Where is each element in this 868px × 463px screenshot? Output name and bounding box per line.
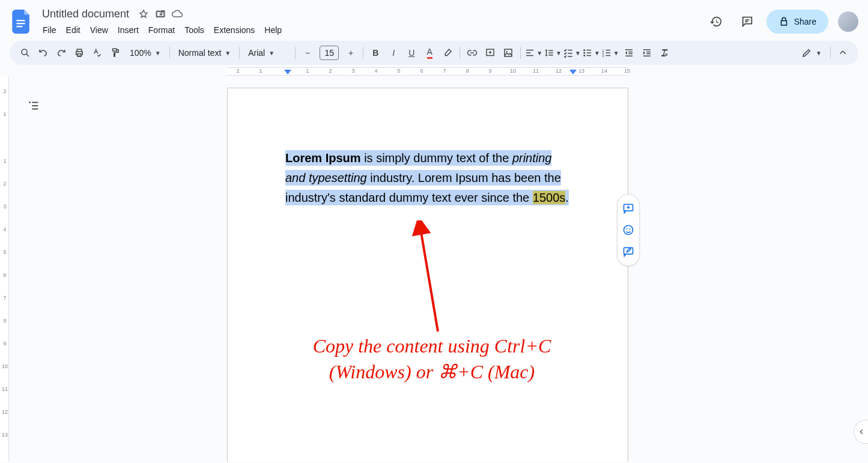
history-icon[interactable] (704, 10, 728, 34)
ruler-tick: 2 (1, 181, 8, 187)
menu-insert[interactable]: Insert (114, 23, 143, 37)
paint-format-icon[interactable] (107, 44, 124, 61)
menu-edit[interactable]: Edit (62, 23, 85, 37)
bullet-list-icon[interactable]: ▼ (582, 44, 600, 61)
redo-icon[interactable] (53, 44, 70, 61)
vertical-ruler[interactable]: 2 1 1 2 3 4 5 6 7 8 9 10 11 12 13 (0, 77, 9, 462)
ruler-tick: 8 (466, 68, 469, 74)
ruler-tick: 7 (1, 295, 8, 301)
indent-marker-left-icon[interactable] (284, 70, 291, 76)
print-icon[interactable] (71, 44, 88, 61)
lock-icon (778, 16, 789, 27)
font-value: Arial (248, 48, 265, 58)
ruler-tick: 10 (1, 363, 8, 369)
cloud-status-icon[interactable] (171, 8, 183, 20)
svg-point-11 (506, 51, 508, 52)
collapse-toolbar-icon[interactable] (834, 44, 851, 61)
side-panel-toggle-icon[interactable] (854, 420, 868, 444)
paragraph-style-select[interactable]: Normal text▼ (174, 44, 235, 61)
share-button[interactable]: Share (766, 10, 828, 34)
line-spacing-icon[interactable]: ▼ (544, 44, 562, 61)
increase-font-icon[interactable]: + (342, 44, 359, 61)
text-color-icon[interactable]: A (421, 44, 438, 61)
svg-point-15 (583, 49, 585, 51)
title-area: Untitled document File Edit View Insert … (38, 6, 286, 37)
font-size-input[interactable]: 15 (320, 46, 339, 60)
ruler-tick: 6 (420, 68, 423, 74)
ruler-tick: 4 (374, 68, 377, 74)
ruler-tick: 13 (1, 432, 8, 438)
indent-marker-right-icon[interactable] (569, 70, 577, 76)
increase-indent-icon[interactable] (639, 44, 655, 61)
document-page[interactable]: Lorem Ipsum is simply dummy text of the … (227, 88, 628, 462)
ruler-tick: 4 (1, 226, 8, 232)
comments-icon[interactable] (735, 10, 759, 34)
dropdown-icon: ▼ (225, 50, 231, 56)
ruler-tick: 2 (236, 68, 239, 74)
svg-rect-1 (16, 23, 25, 24)
ruler-tick: 7 (443, 68, 446, 74)
ruler-tick: 14 (601, 68, 607, 74)
menu-file[interactable]: File (38, 23, 61, 37)
add-comment-icon[interactable] (482, 44, 499, 61)
align-icon[interactable]: ▼ (524, 44, 542, 61)
star-icon[interactable] (138, 8, 150, 20)
menu-tools[interactable]: Tools (180, 23, 208, 37)
ruler-tick: 10 (510, 68, 516, 74)
document-title[interactable]: Untitled document (38, 7, 133, 22)
ruler-tick: 12 (1, 409, 8, 415)
underline-icon[interactable]: U (403, 44, 420, 61)
move-icon[interactable] (154, 8, 166, 20)
bold-icon[interactable]: B (367, 44, 384, 61)
undo-icon[interactable] (35, 44, 52, 61)
dropdown-icon: ▼ (269, 50, 275, 56)
decrease-indent-icon[interactable] (621, 44, 637, 61)
checklist-icon[interactable]: ▼ (563, 44, 581, 61)
italic-icon[interactable]: I (385, 44, 402, 61)
ruler-tick: 3 (1, 204, 8, 210)
document-body-text[interactable]: Lorem Ipsum is simply dummy text of the … (285, 148, 571, 208)
ruler-tick: 9 (488, 68, 491, 74)
highlight-icon[interactable] (439, 44, 456, 61)
ruler-tick: 6 (1, 272, 8, 278)
text-plain: is simply dummy text of the (361, 151, 512, 165)
svg-rect-10 (505, 49, 512, 56)
font-select[interactable]: Arial▼ (243, 44, 291, 61)
spellcheck-icon[interactable] (89, 44, 106, 61)
emoji-react-icon[interactable] (618, 220, 639, 240)
add-comment-icon[interactable] (618, 198, 639, 219)
user-avatar[interactable] (838, 11, 858, 32)
menubar: File Edit View Insert Format Tools Exten… (38, 23, 286, 37)
clear-formatting-icon[interactable] (657, 44, 673, 61)
outline-toggle-icon[interactable] (23, 95, 44, 117)
header: Untitled document File Edit View Insert … (0, 0, 868, 38)
share-label: Share (794, 17, 816, 26)
svg-point-16 (583, 52, 585, 54)
suggest-edit-icon[interactable] (618, 241, 639, 262)
svg-point-46 (630, 228, 631, 229)
annotation-line: Copy the content using Ctrl+C (246, 333, 618, 359)
menu-extensions[interactable]: Extensions (210, 23, 259, 37)
menu-format[interactable]: Format (144, 23, 179, 37)
menu-help[interactable]: Help (260, 23, 286, 37)
ruler-tick: 5 (397, 68, 400, 74)
text-plain: . (565, 191, 569, 204)
zoom-select[interactable]: 100%▼ (125, 44, 166, 61)
ruler-tick: 1 (259, 68, 262, 74)
docs-logo-icon[interactable] (10, 10, 34, 34)
style-value: Normal text (178, 48, 222, 58)
zoom-value: 100% (130, 48, 151, 58)
ruler-tick: 12 (556, 68, 562, 74)
numbered-list-icon[interactable]: 123▼ (601, 44, 619, 61)
ruler-tick: 13 (578, 68, 584, 74)
svg-line-6 (26, 54, 29, 56)
editing-mode-select[interactable]: ▼ (797, 44, 827, 61)
menu-view[interactable]: View (86, 23, 112, 37)
pencil-icon (801, 47, 812, 58)
link-icon[interactable] (464, 44, 481, 61)
decrease-font-icon[interactable]: − (299, 44, 316, 61)
image-icon[interactable] (500, 44, 517, 61)
svg-point-17 (583, 55, 585, 56)
horizontal-ruler[interactable]: 2 1 1 2 3 4 5 6 7 8 9 10 11 12 13 14 15 (0, 67, 868, 77)
search-icon[interactable] (17, 44, 34, 61)
